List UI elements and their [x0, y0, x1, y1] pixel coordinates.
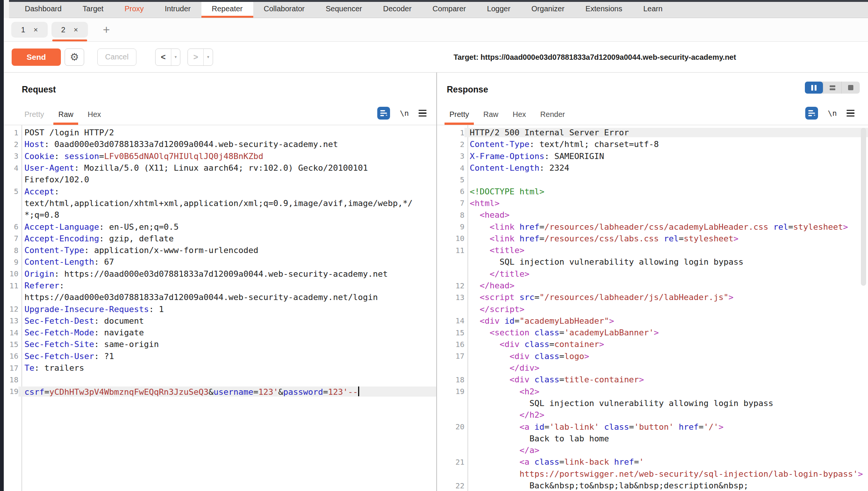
menu-item-intruder[interactable]: Intruder	[154, 2, 201, 18]
response-viewer[interactable]: 1HTTP/2 500 Internal Server Error2Conten…	[437, 125, 868, 491]
response-tab-render[interactable]: Render	[535, 105, 570, 125]
code-line-2[interactable]: 2Host: 0aad000e03d07881833a7d12009a0044.…	[4, 138, 436, 150]
menu-item-proxy[interactable]: Proxy	[114, 2, 154, 18]
code-line-8: 8 <head>	[437, 209, 868, 221]
code-line-wrap: SQL injection vulnerability allowing log…	[437, 256, 868, 268]
response-tab-hex[interactable]: Hex	[508, 105, 531, 125]
code-line-6[interactable]: 6Accept-Language: en-US,en;q=0.5	[4, 221, 436, 232]
menu-item-organizer[interactable]: Organizer	[521, 2, 575, 18]
line-text: <div class=logo>	[464, 352, 868, 361]
response-view-tabs: PrettyRawHexRender	[442, 105, 572, 125]
line-text: Content-Type: application/x-www-form-url…	[18, 246, 436, 255]
request-tab-pretty[interactable]: Pretty	[20, 105, 49, 125]
settings-button[interactable]: ⚙	[65, 48, 84, 66]
menu-item-extensions[interactable]: Extensions	[575, 2, 633, 18]
back-dropdown-icon[interactable]: ▾	[171, 49, 180, 65]
code-line-21: 21 <a class=link-back href='	[437, 456, 868, 468]
code-line-14[interactable]: 14Sec-Fetch-Mode: navigate	[4, 327, 436, 338]
line-text: Te: trailers	[18, 363, 436, 373]
close-tab-icon[interactable]: ×	[33, 26, 38, 34]
editor-menu-icon[interactable]	[847, 110, 854, 117]
code-line-8[interactable]: 8Content-Type: application/x-www-form-ur…	[4, 244, 436, 256]
menu-item-comparer[interactable]: Comparer	[422, 2, 476, 18]
code-line-19[interactable]: 19csrf=yCDhHTw3pV4WbmznqFwEQqRn3JzuSeQ3&…	[4, 386, 436, 397]
line-number: 2	[437, 140, 464, 149]
request-view-tabs: PrettyRawHex	[17, 105, 108, 125]
line-number: 9	[437, 222, 464, 231]
code-line-7: 7<html>	[437, 197, 868, 209]
close-tab-icon[interactable]: ×	[74, 26, 78, 34]
code-line-14: 14 <div id="academyLabHeader">	[437, 315, 868, 327]
code-line-12: 12 </head>	[437, 280, 868, 291]
session-tabs: 1×2×	[8, 22, 88, 38]
line-number: 15	[4, 340, 18, 349]
menu-item-logger[interactable]: Logger	[476, 2, 521, 18]
line-number: 16	[437, 340, 464, 349]
code-line-wrap[interactable]: text/html,application/xhtml+xml,applicat…	[4, 197, 436, 209]
response-tab-pretty[interactable]: Pretty	[445, 105, 474, 125]
editor-menu-icon[interactable]	[419, 110, 426, 117]
menu-item-collaborator[interactable]: Collaborator	[253, 2, 315, 18]
code-line-11[interactable]: 11Referer:	[4, 280, 436, 291]
session-tab-1[interactable]: 1×	[11, 22, 48, 38]
request-tab-raw[interactable]: Raw	[53, 105, 78, 125]
code-line-wrap: </a>	[437, 444, 868, 456]
code-line-1[interactable]: 1POST /login HTTP/2	[4, 127, 436, 138]
code-line-18: 18 <div class=title-container>	[437, 374, 868, 385]
show-newlines-icon[interactable]: \n	[400, 109, 409, 118]
code-line-wrap[interactable]: https://0aad000e03d07881833a7d12009a0044…	[4, 291, 436, 303]
request-editor[interactable]: 1POST /login HTTP/22Host: 0aad000e03d078…	[4, 125, 436, 491]
code-line-wrap[interactable]: Firefox/102.0	[4, 174, 436, 185]
history-forward-button[interactable]: > ▾	[188, 48, 213, 66]
line-text: Sec-Fetch-Site: same-origin	[18, 339, 436, 349]
menu-item-decoder[interactable]: Decoder	[372, 2, 422, 18]
menu-item-learn[interactable]: Learn	[633, 2, 673, 18]
add-tab-button[interactable]: +	[103, 24, 110, 36]
code-line-5[interactable]: 5Accept:	[4, 185, 436, 197]
line-text: *;q=0.8	[18, 210, 436, 220]
line-text: POST /login HTTP/2	[18, 128, 436, 137]
response-tab-raw[interactable]: Raw	[478, 105, 503, 125]
menu-item-dashboard[interactable]: Dashboard	[14, 2, 72, 18]
line-text: </script>	[464, 305, 868, 314]
line-number: 5	[4, 187, 18, 196]
response-scrollbar-thumb[interactable]	[861, 128, 866, 286]
code-line-3[interactable]: 3Cookie: session=LFv0B65dNAOlq7HIUlqlJQ0…	[4, 150, 436, 162]
code-line-wrap[interactable]: *;q=0.8	[4, 209, 436, 221]
menu-item-target[interactable]: Target	[72, 2, 114, 18]
code-line-9[interactable]: 9Content-Length: 67	[4, 256, 436, 268]
menu-item-repeater[interactable]: Repeater	[201, 2, 253, 18]
session-tab-2[interactable]: 2×	[51, 22, 88, 38]
code-line-16[interactable]: 16Sec-Fetch-User: ?1	[4, 350, 436, 362]
main-menubar: DashboardTargetProxyIntruderRepeaterColl…	[9, 2, 868, 18]
session-tab-label: 2	[61, 26, 65, 34]
code-line-10[interactable]: 10Origin: https://0aad000e03d07881833a7d…	[4, 268, 436, 280]
send-button[interactable]: Send	[12, 48, 61, 66]
code-line-17[interactable]: 17Te: trailers	[4, 362, 436, 374]
line-number: 21	[437, 458, 464, 467]
line-number: 7	[437, 199, 464, 208]
prettify-icon[interactable]	[805, 107, 818, 120]
show-newlines-icon[interactable]: \n	[828, 109, 837, 118]
line-number: 16	[4, 352, 18, 361]
cancel-button[interactable]: Cancel	[97, 48, 136, 66]
forward-dropdown-icon[interactable]: ▾	[204, 49, 213, 65]
line-text: <html>	[464, 199, 868, 208]
history-back-button[interactable]: < ▾	[155, 48, 180, 66]
menu-item-sequencer[interactable]: Sequencer	[315, 2, 373, 18]
line-text: Back to lab home	[464, 434, 868, 443]
code-line-7[interactable]: 7Accept-Encoding: gzip, deflate	[4, 233, 436, 244]
line-text: <link href=/resources/css/labs.css rel=s…	[464, 234, 868, 243]
request-tab-hex[interactable]: Hex	[83, 105, 106, 125]
line-number: 3	[437, 152, 464, 161]
request-code-rows: 1POST /login HTTP/22Host: 0aad000e03d078…	[4, 127, 436, 397]
code-line-15[interactable]: 15Sec-Fetch-Site: same-origin	[4, 338, 436, 350]
prettify-icon[interactable]	[377, 107, 390, 120]
line-number: 22	[437, 481, 464, 490]
code-line-12[interactable]: 12Upgrade-Insecure-Requests: 1	[4, 303, 436, 315]
line-text: Content-Length: 2324	[464, 163, 868, 173]
code-line-13[interactable]: 13Sec-Fetch-Dest: document	[4, 315, 436, 327]
line-text: User-Agent: Mozilla/5.0 (X11; Linux aarc…	[18, 163, 436, 173]
code-line-18[interactable]: 18	[4, 374, 436, 385]
code-line-4[interactable]: 4User-Agent: Mozilla/5.0 (X11; Linux aar…	[4, 162, 436, 174]
